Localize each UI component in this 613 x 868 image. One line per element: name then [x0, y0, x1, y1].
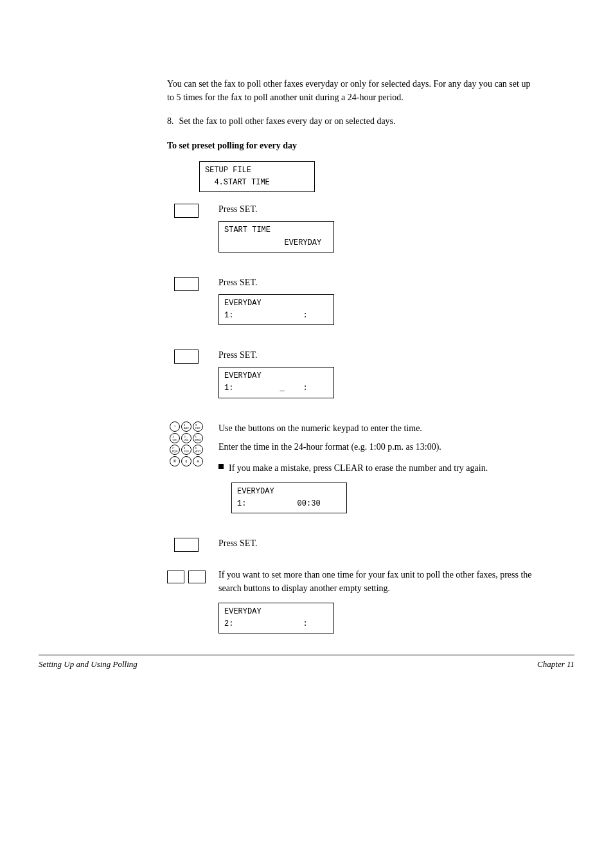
key-1: 1	[170, 421, 180, 432]
lcd-box-6: EVERYDAY 2: :	[218, 603, 334, 633]
step-press-set-4: Press SET.	[167, 536, 536, 555]
lcd-box-5: EVERYDAY 1: 00:30	[231, 483, 347, 513]
key-7: 7PQR	[170, 445, 180, 455]
key-9: 9WXY	[193, 445, 203, 455]
intro-text: You can set the fax to poll other faxes …	[167, 77, 536, 104]
keypad-step: 1 2ABC 3DEF 4GHI 5JKL 6MNO 7PQR 8TUV 9WX…	[167, 421, 536, 524]
lcd1-line1: SETUP FILE	[205, 164, 309, 177]
set-button-icon-3	[167, 348, 206, 364]
press-set-2: Press SET.	[218, 276, 334, 289]
search-step: If you want to set more than one time fo…	[167, 568, 536, 644]
step-8-text: Set the fax to poll other faxes every da…	[179, 114, 396, 128]
lcd5-line1: EVERYDAY	[237, 486, 341, 498]
lcd5-line2: 1: 00:30	[237, 498, 341, 510]
press-set-4: Press SET.	[218, 536, 257, 550]
page-footer: Setting Up and Using Polling Chapter 11	[39, 655, 574, 669]
page: You can set the fax to poll other faxes …	[0, 0, 613, 708]
search-btn-right	[188, 571, 206, 583]
use-buttons-content: Use the buttons on the numeric keypad to…	[218, 421, 488, 524]
enter-time-text: Enter the time in the 24-hour format (e.…	[218, 440, 488, 454]
key-2: 2ABC	[181, 421, 191, 432]
lcd-box-2: START TIME EVERYDAY	[218, 221, 334, 252]
footer-right: Chapter 11	[537, 659, 574, 669]
search-text: If you want to set more than one time fo…	[218, 568, 536, 595]
search-buttons-icon	[167, 568, 206, 583]
press-set-1: Press SET.	[218, 202, 334, 216]
step-8: 8. Set the fax to poll other faxes every…	[167, 114, 536, 128]
key-3: 3DEF	[193, 421, 203, 432]
lcd-box-4: EVERYDAY 1: _ :	[218, 367, 334, 398]
lcd3-line2: 1: :	[224, 310, 328, 322]
set-button-icon-2	[167, 276, 206, 291]
step-1-content: Press SET. START TIME EVERYDAY	[218, 202, 334, 262]
bullet-clear: If you make a mistake, press CLEAR to er…	[218, 461, 488, 475]
key-0: 0	[181, 456, 191, 466]
lcd4-line1: EVERYDAY	[224, 370, 328, 382]
lcd6-line2: 2: :	[224, 618, 328, 630]
bullet-icon	[218, 464, 224, 469]
key-hash: #	[193, 456, 203, 466]
step-2-content: Press SET. EVERYDAY 1: :	[218, 276, 334, 335]
search-btn-left	[167, 571, 184, 583]
section-heading: To set preset polling for every day	[167, 141, 536, 151]
bullet-clear-text: If you make a mistake, press CLEAR to er…	[229, 461, 488, 475]
key-4: 4GHI	[170, 433, 180, 443]
content-area: You can set the fax to poll other faxes …	[167, 77, 536, 644]
set-button-4	[174, 538, 199, 552]
lcd4-line2: 1: _ :	[224, 382, 328, 394]
step-press-set-1: Press SET. START TIME EVERYDAY	[167, 202, 536, 262]
lcd-box-1: SETUP FILE 4.START TIME	[199, 161, 315, 192]
use-buttons-text: Use the buttons on the numeric keypad to…	[218, 421, 488, 435]
keypad-icon: 1 2ABC 3DEF 4GHI 5JKL 6MNO 7PQR 8TUV 9WX…	[167, 421, 206, 466]
key-5: 5JKL	[181, 433, 191, 443]
press-set-4-content: Press SET.	[218, 536, 257, 555]
search-content: If you want to set more than one time fo…	[218, 568, 536, 644]
lcd2-line1: START TIME	[224, 224, 328, 236]
set-button-3	[174, 350, 199, 364]
key-8: 8TUV	[181, 445, 191, 455]
lcd-display-1: SETUP FILE 4.START TIME	[199, 161, 536, 202]
lcd6-line1: EVERYDAY	[224, 606, 328, 618]
lcd1-line2: 4.START TIME	[205, 177, 309, 189]
step-3-content: Press SET. EVERYDAY 1: _ :	[218, 348, 334, 408]
lcd2-line2: EVERYDAY	[224, 237, 328, 249]
step-number: 8.	[167, 114, 174, 128]
step-press-set-2: Press SET. EVERYDAY 1: :	[167, 276, 536, 335]
set-button-icon-1	[167, 202, 206, 218]
set-button-1	[174, 204, 199, 218]
lcd-box-3: EVERYDAY 1: :	[218, 294, 334, 325]
set-button-icon-4	[167, 536, 206, 552]
key-star: ✳	[170, 456, 180, 466]
set-button-2	[174, 277, 199, 291]
key-6: 6MNO	[193, 433, 203, 443]
footer-left: Setting Up and Using Polling	[39, 659, 138, 669]
lcd3-line1: EVERYDAY	[224, 297, 328, 310]
step-press-set-3: Press SET. EVERYDAY 1: _ :	[167, 348, 536, 408]
press-set-3: Press SET.	[218, 348, 334, 362]
